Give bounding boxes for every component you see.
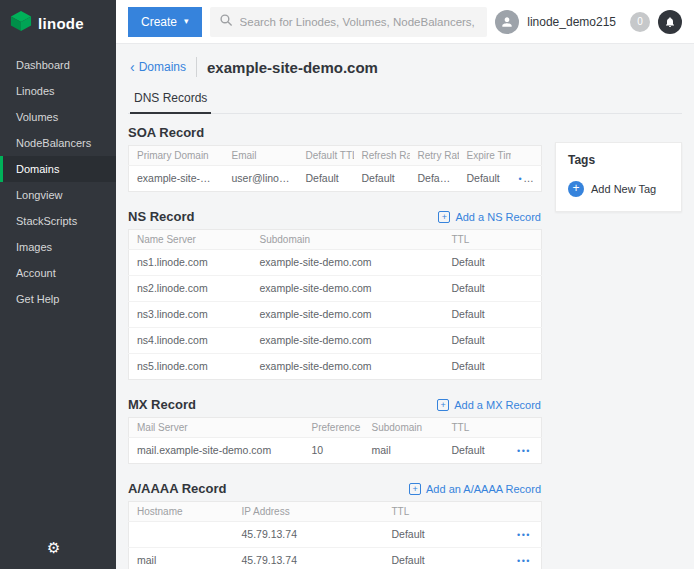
row-actions-button[interactable]: ••• [508,438,542,464]
table-cell: Default [410,166,459,192]
mx-record-section: MX Record + Add a MX Record Mail ServerP… [128,390,541,464]
add-ns-record-button[interactable]: + Add a NS Record [438,211,541,223]
a-aaaa-section-title: A/AAAA Record [128,481,226,496]
add-new-tag-button[interactable]: + Add New Tag [568,181,669,197]
sidebar-item-volumes[interactable]: Volumes [0,104,116,130]
actions-column-header [508,418,542,438]
create-button[interactable]: Create ▾ [128,7,202,37]
table-cell: example-site-demo.com [252,354,444,380]
table-cell: example-site-demo.com [252,302,444,328]
table-cell: example-site-demo.com [252,328,444,354]
sidebar: linode DashboardLinodesVolumesNodeBalanc… [0,0,116,569]
table-cell: Default [444,354,542,380]
search-input[interactable] [240,16,479,28]
username[interactable]: linode_demo215 [527,15,616,29]
column-header: Hostname [129,502,234,522]
table-cell: 45.79.13.74 [234,548,384,569]
column-header: TTL [384,502,508,522]
sidebar-item-stackscripts[interactable]: StackScripts [0,208,116,234]
search-icon [219,13,233,31]
sidebar-item-dashboard[interactable]: Dashboard [0,52,116,78]
soa-record-section: SOA Record Primary DomainEmailDefault TT… [128,118,541,192]
a-aaaa-record-section: A/AAAA Record + Add an A/AAAA Record Hos… [128,474,541,569]
table-cell: mail.example-site-demo.com [129,438,304,464]
column-header: Mail Server [129,418,304,438]
column-header: Primary Domain [129,146,224,166]
add-tag-plus-icon: + [568,181,584,197]
notifications-bell-icon[interactable] [658,10,682,34]
a-aaaa-header-row: HostnameIP AddressTTL [129,502,542,522]
linode-logo[interactable]: linode [0,0,116,52]
table-row: ns2.linode.comexample-site-demo.comDefau… [129,276,542,302]
records-column: SOA Record Primary DomainEmailDefault TT… [128,118,541,569]
column-header: Expire Time [459,146,511,166]
table-row: ns3.linode.comexample-site-demo.comDefau… [129,302,542,328]
chevron-left-icon: ‹ [130,60,135,74]
a-aaaa-record-table: HostnameIP AddressTTL 45.79.13.74Default… [128,501,542,569]
tags-panel: Tags + Add New Tag [555,142,682,212]
table-cell: Default [444,438,508,464]
sidebar-item-account[interactable]: Account [0,260,116,286]
ns-header-row: Name ServerSubdomainTTL [129,230,542,250]
tab-dns-records[interactable]: DNS Records [130,86,211,114]
linode-logo-icon [10,10,32,36]
soa-record-table: Primary DomainEmailDefault TTLRefresh Ra… [128,145,542,192]
table-cell: Default [444,276,542,302]
table-cell: Default [444,328,542,354]
table-row: mail45.79.13.74Default••• [129,548,542,569]
actions-column-header [511,146,542,166]
avatar[interactable] [495,10,519,34]
row-actions-button[interactable]: ••• [508,522,542,548]
page-title: example-site-demo.com [207,59,378,76]
table-cell: ns5.linode.com [129,354,252,380]
add-mx-record-label: Add a MX Record [454,399,541,411]
mx-section-head: MX Record + Add a MX Record [128,390,541,417]
page-content: ‹ Domains example-site-demo.com DNS Reco… [116,44,694,569]
table-cell: user@linode.com [224,166,298,192]
ns-record-table: Name ServerSubdomainTTL ns1.linode.comex… [128,229,542,380]
table-cell: example-site-demo.com [252,250,444,276]
breadcrumb-label: Domains [139,60,186,74]
table-cell: 45.79.13.74 [234,522,384,548]
table-cell [129,522,234,548]
table-cell: example-site-demo.com [252,276,444,302]
column-header: Subdomain [364,418,444,438]
add-new-tag-label: Add New Tag [591,183,656,195]
table-cell: Default [298,166,354,192]
table-cell: mail [364,438,444,464]
sidebar-item-domains[interactable]: Domains [0,156,116,182]
column-header: Name Server [129,230,252,250]
actions-column-header [508,502,542,522]
row-actions-button[interactable]: ••• [511,166,542,192]
table-row: mail.example-site-demo.com10mailDefault•… [129,438,542,464]
brand-name: linode [38,15,84,32]
a-aaaa-section-head: A/AAAA Record + Add an A/AAAA Record [128,474,541,501]
records-layout: SOA Record Primary DomainEmailDefault TT… [128,114,682,569]
add-record-icon: + [437,399,449,411]
soa-section-head: SOA Record [128,118,541,145]
add-mx-record-button[interactable]: + Add a MX Record [437,399,541,411]
sidebar-item-nodebalancers[interactable]: NodeBalancers [0,130,116,156]
sidebar-item-linodes[interactable]: Linodes [0,78,116,104]
sidebar-item-longview[interactable]: Longview [0,182,116,208]
mx-header-row: Mail ServerPreferenceSubdomainTTL [129,418,542,438]
app-window: linode DashboardLinodesVolumesNodeBalanc… [0,0,694,569]
table-row: 45.79.13.74Default••• [129,522,542,548]
soa-header-row: Primary DomainEmailDefault TTLRefresh Ra… [129,146,542,166]
column-header: Retry Rate [410,146,459,166]
ns-record-section: NS Record + Add a NS Record Name ServerS… [128,202,541,380]
ellipsis-icon: ••• [517,530,531,540]
add-a-aaaa-record-button[interactable]: + Add an A/AAAA Record [409,483,541,495]
table-cell: ns1.linode.com [129,250,252,276]
column-header: TTL [444,418,508,438]
settings-gear-icon[interactable]: ⚙ [47,539,60,557]
sidebar-item-get-help[interactable]: Get Help [0,286,116,312]
add-a-aaaa-record-label: Add an A/AAAA Record [426,483,541,495]
row-actions-button[interactable]: ••• [508,548,542,569]
table-cell: example-site-demo.com [129,166,224,192]
sidebar-item-images[interactable]: Images [0,234,116,260]
table-cell: ns4.linode.com [129,328,252,354]
add-ns-record-label: Add a NS Record [455,211,541,223]
main-area: Create ▾ linode_demo215 [116,0,694,569]
breadcrumb[interactable]: ‹ Domains [130,60,186,74]
